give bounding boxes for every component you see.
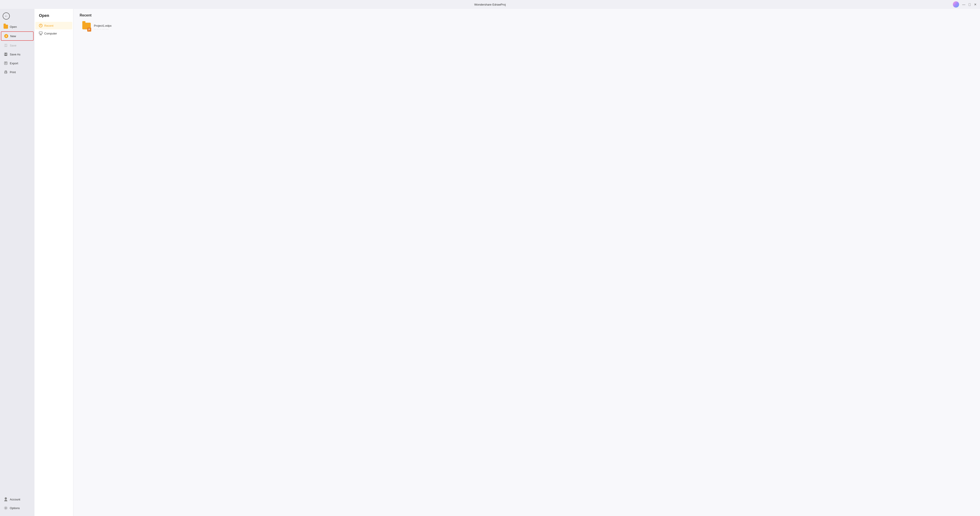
- sidebar-item-save-as[interactable]: Save As: [1, 50, 33, 59]
- main-content: Recent P Project1.edpx ··· ··· ··· ···· …: [73, 9, 980, 516]
- recent-label: Recent: [44, 24, 53, 27]
- back-button[interactable]: ←: [0, 11, 35, 21]
- export-label: Export: [10, 62, 18, 65]
- save-as-icon: [3, 52, 8, 57]
- sidebar-item-new[interactable]: + New: [1, 31, 33, 41]
- account-label: Account: [10, 498, 20, 501]
- clock-icon: [39, 24, 43, 27]
- save-label: Save: [10, 44, 16, 47]
- sidebar: ← Open + New Save: [0, 9, 35, 516]
- svg-rect-1: [5, 44, 6, 45]
- sidebar-item-options[interactable]: Options: [1, 504, 33, 512]
- svg-rect-4: [5, 53, 6, 54]
- sub-sidebar-title: Open: [35, 11, 73, 22]
- app-body: ← Open + New Save: [0, 9, 980, 516]
- monitor-icon: [39, 32, 43, 35]
- sidebar-item-account[interactable]: Account: [1, 495, 33, 503]
- sidebar-item-export[interactable]: Export: [1, 59, 33, 67]
- content-area: Open Recent Computer Recent: [35, 9, 980, 516]
- file-icon-container: P: [82, 23, 91, 32]
- svg-point-10: [7, 72, 7, 72]
- svg-point-11: [5, 507, 6, 508]
- app-title: Wondershare EdrawProj: [474, 3, 506, 6]
- file-info: Project1.edpx ··· ··· ··· ···· ·····: [94, 24, 112, 30]
- save-as-label: Save As: [10, 53, 21, 56]
- back-arrow-icon: ←: [3, 13, 10, 19]
- file-item[interactable]: P Project1.edpx ··· ··· ··· ···· ·····: [80, 21, 151, 33]
- sidebar-item-open[interactable]: Open: [1, 22, 33, 31]
- account-person-icon: [3, 497, 8, 502]
- minimize-button[interactable]: —: [962, 2, 966, 6]
- file-badge: P: [87, 28, 91, 32]
- window-controls: — ⎕ ✕: [953, 2, 977, 8]
- folder-icon: [3, 24, 8, 29]
- computer-label: Computer: [44, 32, 57, 35]
- sub-sidebar-item-recent[interactable]: Recent: [35, 22, 72, 29]
- print-label: Print: [10, 70, 16, 74]
- file-path: ··· ··· ··· ···· ·····: [94, 28, 112, 30]
- options-gear-icon: [3, 506, 8, 510]
- sidebar-bottom: Account Options: [0, 495, 35, 514]
- sub-sidebar: Open Recent Computer: [35, 9, 73, 516]
- title-bar: Wondershare EdrawProj — ⎕ ✕: [0, 0, 980, 9]
- svg-rect-5: [5, 54, 7, 56]
- plus-icon: +: [4, 34, 8, 38]
- save-icon: [3, 43, 8, 48]
- user-avatar-icon[interactable]: [953, 2, 959, 8]
- new-label: New: [10, 35, 16, 38]
- export-icon: [3, 61, 8, 65]
- sidebar-item-save[interactable]: Save: [1, 41, 33, 49]
- file-name: Project1.edpx: [94, 24, 112, 27]
- open-label: Open: [10, 25, 17, 29]
- sub-sidebar-item-computer[interactable]: Computer: [35, 30, 72, 37]
- section-title: Recent: [80, 13, 974, 18]
- restore-button[interactable]: ⎕: [967, 2, 972, 6]
- options-label: Options: [10, 506, 20, 510]
- close-button[interactable]: ✕: [973, 2, 977, 6]
- svg-rect-2: [5, 46, 7, 47]
- sidebar-item-print[interactable]: Print: [1, 68, 33, 76]
- print-icon: [3, 70, 8, 74]
- svg-rect-8: [5, 71, 6, 72]
